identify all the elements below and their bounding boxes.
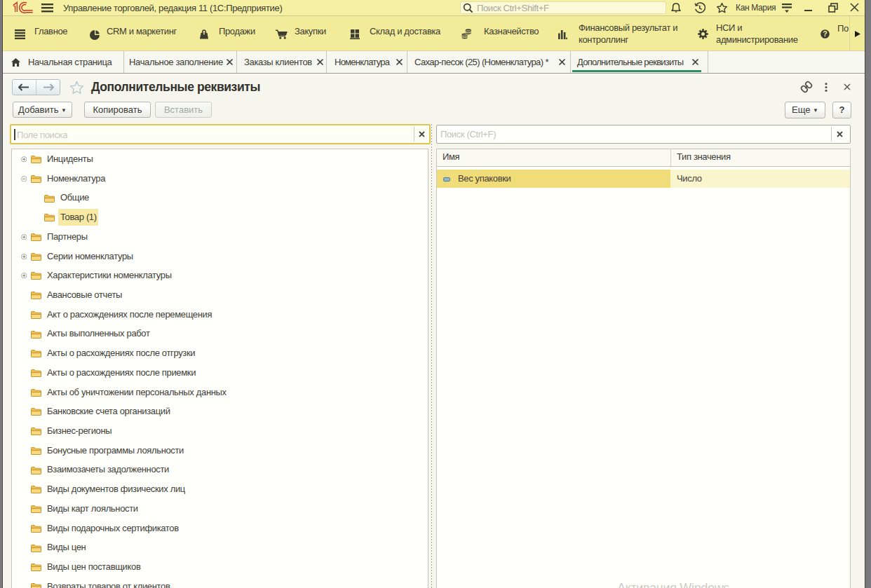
svg-text:?: ? [823, 29, 828, 38]
